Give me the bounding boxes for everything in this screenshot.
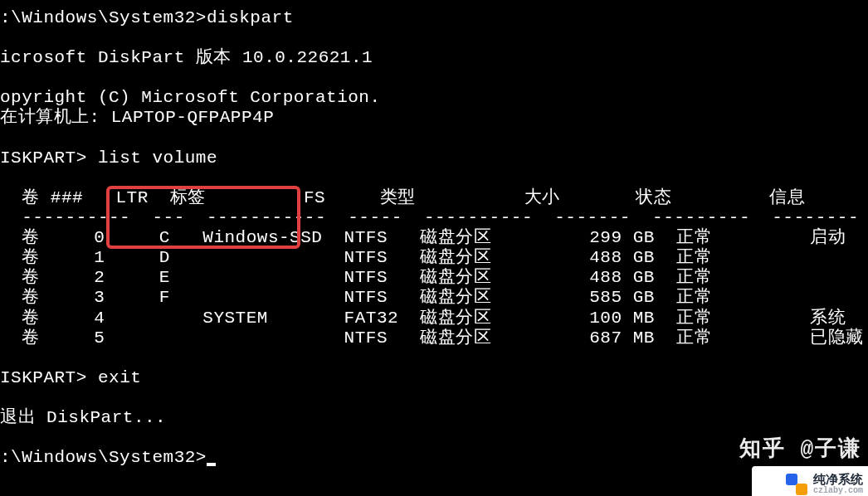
cell-status: 正常 — [655, 228, 712, 247]
diskpart-prompt: ISKPART> — [0, 368, 98, 387]
cell-size: 488 GB — [491, 268, 655, 287]
cell-fs: NTFS — [322, 268, 388, 287]
cell-vol: 卷 — [0, 288, 40, 307]
header-num: ### — [40, 188, 83, 207]
cell-size: 687 MB — [491, 328, 655, 348]
header-size: 大小 — [416, 188, 560, 207]
cell-fs: NTFS — [322, 328, 388, 348]
header-status: 状态 — [560, 188, 672, 207]
cell-vol: 卷 — [0, 309, 40, 328]
cell-ltr — [105, 328, 170, 348]
header-label: 标签 — [149, 188, 206, 207]
cell-info: 启动 — [712, 228, 846, 247]
table-row: 卷 4 SYSTEM FAT32 磁盘分区 100 MB 正常 系统 — [0, 309, 868, 328]
cell-ltr — [105, 309, 170, 328]
watermark-bottom: 纯净系统 czlaby.com — [785, 473, 863, 496]
cell-info: 已隐藏 — [712, 328, 863, 348]
table-separator: ---------- --- ----------- ----- -------… — [0, 208, 868, 228]
cell-type: 磁盘分区 — [388, 228, 491, 247]
logo-icon — [785, 473, 808, 496]
prompt-path: :\Windows\System32> — [0, 8, 207, 27]
computer-line: 在计算机上: LAPTOP-QFPAPP4P — [0, 108, 868, 128]
cell-size: 100 MB — [491, 309, 655, 328]
exit-message: 退出 DiskPart... — [0, 408, 868, 428]
cell-type: 磁盘分区 — [388, 248, 491, 267]
blank-line — [0, 168, 868, 188]
cell-type: 磁盘分区 — [398, 309, 491, 328]
blank-line — [0, 129, 868, 148]
cell-size: 299 GB — [491, 228, 655, 247]
cell-num: 0 — [40, 228, 105, 247]
blank-line — [0, 348, 868, 368]
cell-label: Windows-SSD — [170, 228, 322, 247]
cell-ltr: F — [105, 288, 170, 307]
cell-size: 585 GB — [491, 288, 655, 307]
prompt-line-2[interactable]: ISKPART> list volume — [0, 148, 868, 168]
prompt-line-4[interactable]: :\Windows\System32> — [0, 448, 868, 468]
cell-status: 正常 — [655, 248, 712, 267]
table-row: 卷 3 F NTFS 磁盘分区 585 GB 正常 — [0, 288, 868, 308]
cell-num: 3 — [40, 288, 105, 307]
cell-vol: 卷 — [0, 248, 40, 267]
watermark-text: 纯净系统 czlaby.com — [813, 474, 863, 496]
cell-num: 1 — [40, 248, 105, 267]
cell-ltr: C — [105, 228, 170, 247]
table-header-row: 卷 ### LTR 标签 FS 类型 大小 状态 信息 — [0, 188, 868, 208]
table-row: 卷 0 C Windows-SSD NTFS 磁盘分区 299 GB 正常 启动 — [0, 228, 868, 248]
watermark-sub: czlaby.com — [813, 486, 863, 496]
cursor-icon — [207, 463, 216, 466]
header-ltr: LTR — [83, 188, 149, 207]
cell-type: 磁盘分区 — [388, 288, 491, 307]
volume-rows: 卷 0 C Windows-SSD NTFS 磁盘分区 299 GB 正常 启动… — [0, 228, 868, 348]
command-exit: exit — [98, 368, 141, 387]
copyright-line: opyright (C) Microsoft Corporation. — [0, 88, 868, 108]
blank-line — [0, 28, 868, 48]
cell-num: 2 — [40, 268, 105, 287]
cell-label — [170, 268, 322, 287]
cell-label — [170, 328, 322, 348]
prompt-path: :\Windows\System32> — [0, 448, 207, 467]
cell-num: 5 — [40, 328, 105, 348]
cell-label — [170, 248, 322, 267]
cell-label — [170, 288, 322, 307]
diskpart-prompt: ISKPART> — [0, 148, 98, 168]
header-fs: FS — [206, 188, 325, 207]
prompt-line-3[interactable]: ISKPART> exit — [0, 368, 868, 388]
cell-fs: FAT32 — [322, 309, 398, 328]
cell-fs: NTFS — [322, 248, 388, 267]
app-version-line: icrosoft DiskPart 版本 10.0.22621.1 — [0, 48, 868, 68]
cell-status: 正常 — [655, 309, 712, 328]
blank-line — [0, 68, 868, 88]
command-diskpart: diskpart — [207, 8, 294, 27]
cell-status: 正常 — [655, 288, 712, 307]
watermark-zhihu: 知乎 @子谦 — [739, 438, 861, 463]
cell-type: 磁盘分区 — [388, 328, 491, 348]
cell-vol: 卷 — [0, 268, 40, 287]
table-row: 卷 1 D NTFS 磁盘分区 488 GB 正常 — [0, 248, 868, 268]
blank-line — [0, 428, 868, 448]
header-info: 信息 — [671, 188, 805, 207]
cell-status: 正常 — [655, 268, 712, 287]
cell-vol: 卷 — [0, 228, 40, 247]
cell-ltr: E — [105, 268, 170, 287]
blank-line — [0, 388, 868, 408]
cell-type: 磁盘分区 — [388, 268, 491, 287]
header-type: 类型 — [325, 188, 416, 207]
cell-vol: 卷 — [0, 328, 40, 348]
cell-info: 系统 — [712, 309, 846, 328]
cell-fs: NTFS — [322, 228, 388, 247]
cell-label: SYSTEM — [170, 309, 322, 328]
table-row: 卷 2 E NTFS 磁盘分区 488 GB 正常 — [0, 268, 868, 288]
prompt-line-1[interactable]: :\Windows\System32>diskpart — [0, 8, 868, 28]
command-list-volume: list volume — [98, 148, 217, 168]
cell-fs: NTFS — [322, 288, 388, 307]
header-vol: 卷 — [0, 188, 40, 207]
table-row: 卷 5 NTFS 磁盘分区 687 MB 正常 已隐藏 — [0, 328, 868, 348]
cell-ltr: D — [105, 248, 170, 267]
cell-status: 正常 — [655, 328, 712, 348]
cell-size: 488 GB — [491, 248, 655, 267]
cell-num: 4 — [40, 309, 105, 328]
